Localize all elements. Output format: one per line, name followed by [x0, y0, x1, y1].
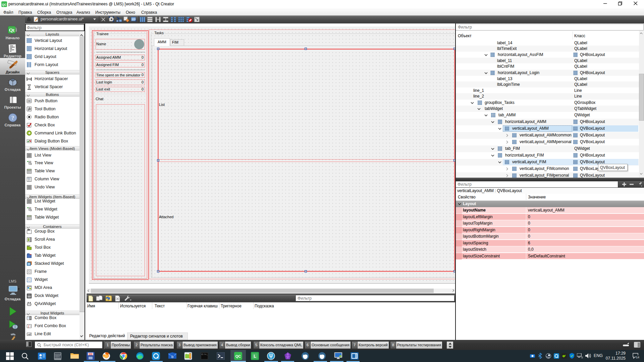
svg-text:OK: OK [28, 100, 31, 102]
svg-text:Qt: Qt [9, 27, 15, 33]
svg-text:b: b [171, 355, 173, 359]
svg-text:C:\>_: C:\>_ [202, 353, 208, 356]
svg-text:14: 14 [636, 356, 639, 359]
svg-text:?: ? [11, 115, 14, 121]
svg-text:AB: AB [28, 334, 30, 336]
svg-text:QC: QC [235, 354, 241, 358]
svg-text:L: L [254, 354, 256, 359]
svg-text:123: 123 [131, 18, 136, 20]
svg-text:QC: QC [2, 3, 7, 6]
